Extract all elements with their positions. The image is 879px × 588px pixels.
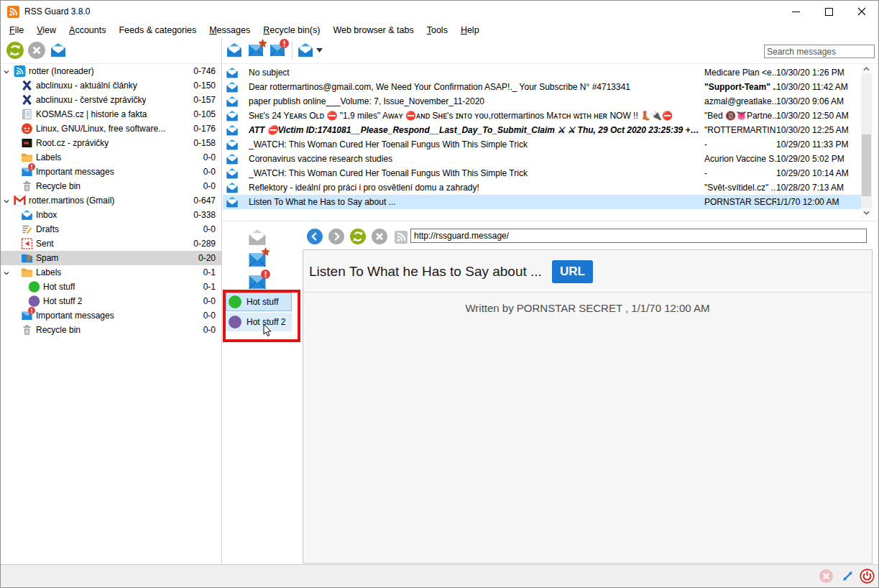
message-title-row: Listen To What he Has to Say about ... U… xyxy=(303,250,872,293)
back-icon[interactable] xyxy=(306,228,323,245)
sidebar-item-root-cz-zpr-vi-ky[interactable]: Root.cz - zprávičky0-158 xyxy=(1,136,221,150)
sidebar-item-hot-stuff[interactable]: Hot stuff0-1 xyxy=(1,280,221,294)
search-input[interactable] xyxy=(764,45,875,58)
sidebar-item-drafts[interactable]: Drafts0-0 xyxy=(1,222,221,236)
sidebar-item-sent[interactable]: Sent0-289 xyxy=(1,236,221,251)
message-sender: PORNSTAR SECR... xyxy=(704,197,776,207)
feed-label: rotter.martinos (Gmail) xyxy=(29,196,114,206)
feed-label: Labels xyxy=(36,267,61,277)
menu-file[interactable]: File xyxy=(3,23,30,37)
feed-label: Root.cz - zprávičky xyxy=(36,138,109,148)
sidebar-item-spam[interactable]: Spam0-20 xyxy=(1,251,221,265)
sidebar-item-rotter-inoreader[interactable]: rotter (Inoreader)0-746 xyxy=(1,64,221,78)
forward-icon[interactable] xyxy=(328,228,345,245)
circle-green-icon xyxy=(28,281,40,293)
sidebar-item-kosmas-cz-historie-a-fakta[interactable]: KOSMAS.cz | historie a fakta0-105 xyxy=(1,107,221,121)
minimize-button[interactable] xyxy=(779,1,812,22)
chevron-down-icon[interactable] xyxy=(3,269,10,276)
unread-mail-icon xyxy=(226,153,239,165)
unread-mail-icon xyxy=(226,67,239,78)
sidebar-item-labels[interactable]: Labels0-1 xyxy=(1,265,221,280)
url-button[interactable]: URL xyxy=(552,260,593,283)
message-row[interactable]: No subjectMedicare Plan <e...10/30/20 1:… xyxy=(223,65,861,80)
mark-message-read-icon[interactable] xyxy=(224,40,244,60)
close-tab-disabled-icon[interactable] xyxy=(819,569,834,584)
unread-total-count: 0-0 xyxy=(203,311,216,321)
message-sender: "Support-Team" ... xyxy=(704,82,776,92)
message-row[interactable]: Listen To What he Has to Say about ...PO… xyxy=(223,195,861,209)
sidebar-item-recycle-bin[interactable]: Recycle bin0-0 xyxy=(1,323,221,337)
feed-list: rotter (Inoreader)0-746abclinuxu - aktuá… xyxy=(1,64,222,564)
sidebar-item-rotter-martinos-gmail[interactable]: rotter.martinos (Gmail)0-647 xyxy=(1,193,221,208)
scroll-up-icon[interactable] xyxy=(861,64,872,74)
sidebar-item-abclinuxu-aktu-ln-l-nky[interactable]: abclinuxu - aktuální články0-150 xyxy=(1,78,221,93)
menu-tools[interactable]: Tools xyxy=(420,23,454,37)
inoreader-icon xyxy=(14,65,26,77)
feed-label: Drafts xyxy=(36,224,59,234)
feed-label: Sent xyxy=(36,239,54,249)
sidebar-item-linux-gnu-linux-free-software[interactable]: Linux, GNU/Linux, free software...0-176 xyxy=(1,121,221,136)
message-date: 10/30/20 9:06 AM xyxy=(776,96,861,106)
menu-accounts[interactable]: Accounts xyxy=(63,23,112,37)
feed-label: Hot stuff 2 xyxy=(43,296,82,306)
menu-recycle-bin-s[interactable]: Recycle bin(s) xyxy=(257,23,326,37)
power-quit-icon[interactable] xyxy=(860,569,875,584)
url-input[interactable] xyxy=(410,229,867,243)
message-list-scrollbar[interactable] xyxy=(861,64,872,218)
message-row[interactable]: Reflektory - ideální pro práci i pro osv… xyxy=(223,180,861,195)
message-row[interactable]: Coronavirus vaccine research studiesAcur… xyxy=(223,152,861,166)
unread-total-count: 0-746 xyxy=(193,66,216,76)
chevron-down-icon[interactable] xyxy=(3,197,10,204)
sidebar-item-inbox[interactable]: Inbox0-338 xyxy=(1,208,221,222)
sidebar-item-hot-stuff-2[interactable]: Hot stuff 20-0 xyxy=(1,294,221,308)
chevron-down-icon[interactable] xyxy=(3,68,10,75)
menu-web-browser-tabs[interactable]: Web browser & tabs xyxy=(326,23,420,37)
maximize-button[interactable] xyxy=(812,1,845,22)
scroll-down-icon[interactable] xyxy=(861,208,872,218)
mark-starred-icon[interactable] xyxy=(246,40,265,60)
folder-icon xyxy=(21,267,33,278)
sidebar-item-abclinuxu-erstv-zpr-vi-ky[interactable]: abclinuxu - čerstvé zprávičky0-157 xyxy=(1,93,221,107)
message-row[interactable]: _WATCH: This Woman Cured Her Toenail Fun… xyxy=(223,166,861,180)
mark-read-dropdown-icon[interactable] xyxy=(296,40,323,60)
scrollbar-thumb[interactable] xyxy=(862,134,871,196)
fullscreen-icon[interactable] xyxy=(840,569,855,584)
menu-help[interactable]: Help xyxy=(454,23,486,37)
window-title: RSS Guard 3.8.0 xyxy=(24,6,90,17)
sidebar-item-labels[interactable]: Labels0-0 xyxy=(1,150,221,165)
sidebar-item-important-messages[interactable]: Important messages0-0 xyxy=(1,165,221,179)
refresh-feeds-icon[interactable] xyxy=(5,40,24,60)
message-date: 10/28/20 7:13 AM xyxy=(776,183,861,193)
stop-load-icon[interactable] xyxy=(371,228,388,245)
mark-important-icon[interactable] xyxy=(267,40,287,60)
unread-total-count: 0-0 xyxy=(203,181,216,191)
feed-label: Labels xyxy=(36,152,61,162)
close-button[interactable] xyxy=(845,1,878,22)
message-row[interactable]: _WATCH: This Woman Cured Her Toenail Fun… xyxy=(223,137,861,152)
trash-icon xyxy=(21,180,33,192)
reload-icon[interactable] xyxy=(349,228,367,245)
unread-mail-icon xyxy=(226,182,239,193)
stop-icon[interactable] xyxy=(27,40,46,60)
feed-label: rotter (Inoreader) xyxy=(29,66,94,76)
star-label-icon[interactable] xyxy=(244,248,271,270)
mark-read-icon[interactable] xyxy=(48,40,68,60)
message-date: 10/29/20 10:14 AM xyxy=(776,168,861,178)
message-sender: Medicare Plan <e... xyxy=(704,68,776,78)
mark-read-gray-icon[interactable] xyxy=(244,226,271,248)
menu-view[interactable]: View xyxy=(30,23,63,37)
menu-messages[interactable]: Messages xyxy=(203,23,257,37)
sidebar-item-recycle-bin[interactable]: Recycle bin0-0 xyxy=(1,179,221,193)
list-preview-divider[interactable] xyxy=(223,221,878,221)
drafts-icon xyxy=(21,224,33,235)
message-row[interactable]: ATT ⛔Victim ID:1741081__Please_Respond__… xyxy=(223,123,861,137)
message-row[interactable]: paper publish online___Volume: 7, Issue_… xyxy=(223,94,861,109)
message-sender: azmal@greatlake... xyxy=(704,96,776,106)
message-title: Listen To What he Has to Say about ... xyxy=(309,264,542,280)
unread-mail-icon xyxy=(226,139,239,150)
message-row[interactable]: Sʜᴇ's 24 Yᴇᴀʀs Oʟᴅ ⛔ "1,9 miles" Aᴡᴀʏ ⛔ᴀ… xyxy=(223,109,861,123)
menu-feeds-categories[interactable]: Feeds & categories xyxy=(112,23,203,37)
message-sender: - xyxy=(704,168,776,178)
sidebar-item-important-messages[interactable]: Important messages0-0 xyxy=(1,308,221,323)
message-row[interactable]: Dear rottermartinos@gmail.com, We Need Y… xyxy=(223,80,861,94)
